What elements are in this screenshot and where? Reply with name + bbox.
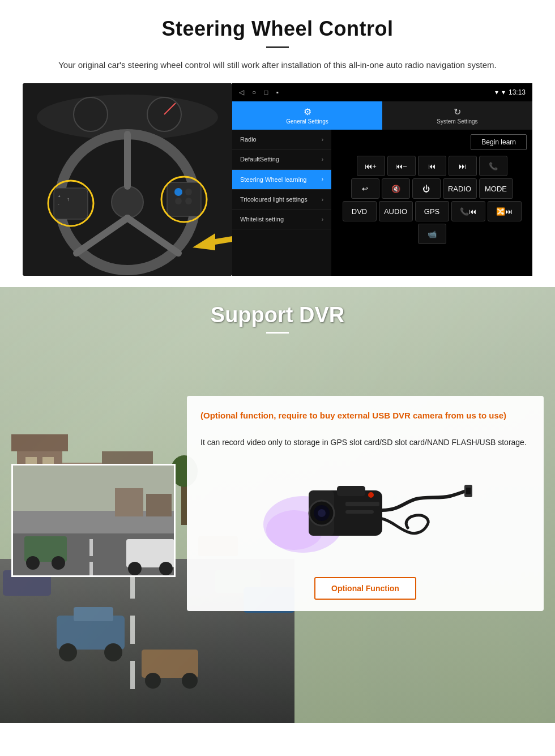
nav-square-icon: □ <box>264 88 268 96</box>
svg-text:-: - <box>58 201 59 206</box>
svg-point-43 <box>145 673 161 689</box>
dvr-info-card: (Optional function, require to buy exter… <box>187 396 544 611</box>
ctrl-power[interactable]: ⏻ <box>412 178 441 199</box>
steering-demo: + - ↑ <box>23 83 532 276</box>
svg-text:↑: ↑ <box>67 197 70 202</box>
dvr-section: Support DVR <box>0 287 555 723</box>
svg-rect-52 <box>146 494 172 516</box>
svg-rect-74 <box>466 488 471 494</box>
statusbar-icons: ▾ ▾ 13:13 <box>495 88 526 96</box>
svg-point-60 <box>128 562 142 575</box>
optional-function-button[interactable]: Optional Function <box>314 577 416 600</box>
ctrl-radio[interactable]: RADIO <box>443 178 477 199</box>
status-time: 13:13 <box>509 88 526 96</box>
ctrl-vol-down[interactable]: ⏮− <box>387 156 416 176</box>
menu-item-whitelist-label: Whitelist setting <box>240 215 284 223</box>
menu-left: Radio › DefaultSetting › Steering Wheel … <box>232 130 331 276</box>
nav-dot-icon: ▪ <box>276 88 279 96</box>
dvr-content: Support DVR <box>0 287 555 611</box>
ctrl-audio[interactable]: AUDIO <box>379 201 413 221</box>
dvr-description: It can record video only to storage in G… <box>200 436 530 449</box>
svg-point-44 <box>182 673 198 689</box>
svg-rect-37 <box>130 661 135 689</box>
chevron-icon: › <box>322 136 323 143</box>
tab-general-label: General Settings <box>286 118 328 125</box>
begin-learn-row: Begin learn <box>335 133 529 153</box>
dvr-title-area: Support DVR <box>0 287 555 339</box>
menu-item-steering[interactable]: Steering Wheel learning › <box>232 170 331 190</box>
svg-point-40 <box>59 643 77 661</box>
general-settings-icon: ⚙ <box>304 106 311 117</box>
nav-icons: ◁ ○ □ ▪ <box>239 88 279 96</box>
ctrl-row-2: ↩ 🔇 ⏻ RADIO MODE <box>335 178 529 199</box>
tab-system-label: System Settings <box>437 118 477 125</box>
dvr-divider <box>266 332 289 334</box>
svg-rect-36 <box>130 616 135 644</box>
steering-section: Steering Wheel Control Your original car… <box>0 0 555 287</box>
svg-rect-54 <box>89 539 93 556</box>
ctrl-mute[interactable]: 🔇 <box>382 178 410 199</box>
steering-photo: + - ↑ <box>23 83 232 276</box>
dvr-screenshot-thumbnail <box>11 464 176 577</box>
ctrl-row-4: 📹 <box>335 224 529 244</box>
android-statusbar: ◁ ○ □ ▪ ▾ ▾ 13:13 <box>232 83 532 101</box>
ctrl-gps[interactable]: GPS <box>415 201 449 221</box>
chevron-icon: › <box>322 176 323 182</box>
svg-point-6 <box>112 186 143 218</box>
ctrl-tel-prev[interactable]: 📞⏮ <box>451 201 485 221</box>
nav-home-icon: ○ <box>252 88 256 96</box>
svg-point-17 <box>175 198 182 204</box>
ctrl-phone[interactable]: 📞 <box>479 156 507 176</box>
signal-icon: ▾ <box>495 88 498 96</box>
ctrl-hang[interactable]: ↩ <box>351 178 379 199</box>
chevron-icon: › <box>322 216 323 223</box>
svg-point-58 <box>52 556 65 570</box>
svg-point-15 <box>174 188 182 196</box>
svg-text:+: + <box>58 194 61 199</box>
control-grid: Begin learn ⏮+ ⏮− ⏮ ⏭ 📞 ↩ 🔇 ⏻ <box>331 130 532 276</box>
ctrl-shuffle-next[interactable]: 🔀⏭ <box>488 201 522 221</box>
ctrl-camera[interactable]: 📹 <box>418 224 446 244</box>
svg-point-41 <box>104 643 122 661</box>
svg-rect-14 <box>167 182 201 216</box>
dvr-camera-illustration <box>200 465 530 561</box>
menu-item-whitelist[interactable]: Whitelist setting › <box>232 210 331 229</box>
wifi-icon: ▾ <box>502 88 505 96</box>
svg-point-70 <box>368 492 374 498</box>
dvr-title: Support DVR <box>0 303 555 327</box>
tab-general[interactable]: ⚙ General Settings <box>232 101 382 130</box>
optional-btn-container: Optional Function <box>200 577 530 600</box>
svg-rect-51 <box>115 488 143 516</box>
dvr-lower: (Optional function, require to buy exter… <box>0 396 555 611</box>
svg-rect-71 <box>345 502 379 506</box>
ctrl-row-1: ⏮+ ⏮− ⏮ ⏭ 📞 <box>335 156 529 176</box>
menu-item-tricoloured-label: Tricoloured light settings <box>240 195 308 203</box>
title-divider <box>266 46 289 48</box>
ctrl-prev[interactable]: ⏮ <box>418 156 446 176</box>
nav-back-icon: ◁ <box>239 88 244 96</box>
steering-description: Your original car's steering wheel contr… <box>34 58 521 72</box>
tab-system[interactable]: ↻ System Settings <box>382 101 532 130</box>
menu-item-tricoloured[interactable]: Tricoloured light settings › <box>232 190 331 210</box>
svg-point-2 <box>74 97 108 131</box>
menu-item-radio-label: Radio <box>240 135 257 143</box>
ctrl-mode[interactable]: MODE <box>479 178 513 199</box>
steering-wheel-bg: + - ↑ <box>23 83 232 276</box>
menu-item-steering-label: Steering Wheel learning <box>240 176 306 183</box>
ctrl-next[interactable]: ⏭ <box>449 156 477 176</box>
svg-point-68 <box>318 509 326 517</box>
svg-point-16 <box>185 189 192 195</box>
menu-area: Radio › DefaultSetting › Steering Wheel … <box>232 130 532 276</box>
svg-rect-69 <box>337 486 365 496</box>
svg-rect-72 <box>345 510 374 514</box>
svg-point-18 <box>185 198 192 204</box>
svg-point-61 <box>159 562 173 575</box>
ctrl-dvd[interactable]: DVD <box>343 201 377 221</box>
dvr-optional-text: (Optional function, require to buy exter… <box>200 409 530 422</box>
menu-item-radio[interactable]: Radio › <box>232 130 331 150</box>
menu-item-default[interactable]: DefaultSetting › <box>232 150 331 169</box>
android-tabs[interactable]: ⚙ General Settings ↻ System Settings <box>232 101 532 130</box>
ctrl-vol-up[interactable]: ⏮+ <box>357 156 385 176</box>
svg-point-57 <box>26 556 40 570</box>
begin-learn-button[interactable]: Begin learn <box>471 134 527 150</box>
